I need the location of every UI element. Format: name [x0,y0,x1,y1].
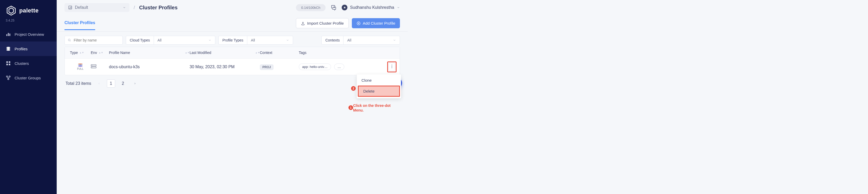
subheader: Cluster Profiles Import Cluster Profile … [57,15,408,32]
sidebar-item-clusters[interactable]: Clusters [0,56,57,71]
col-profile-name[interactable]: Profile Name▲▼ [109,50,190,55]
server-icon [91,64,96,69]
layers-icon [6,46,11,51]
context-pill: PROJ [260,64,274,70]
add-cluster-profile-button[interactable]: Add Cluster Profile [352,18,400,28]
page-1-button[interactable]: 1 [107,79,115,88]
sort-icon: ▲▼ [185,52,190,53]
svg-marker-0 [7,6,16,15]
col-tags: Tags [299,50,395,55]
tag-chip-more[interactable]: … [334,64,344,70]
svg-rect-9 [9,62,10,63]
col-env[interactable]: Env▲▼ [91,50,109,55]
sidebar-item-project-overview[interactable]: Project Overview [0,27,57,41]
palette-logo-icon [6,5,17,16]
user-menu[interactable]: ★ Sudhanshu Kulshrestha [342,5,400,10]
svg-rect-11 [9,64,10,65]
project-selector[interactable]: Default [64,3,129,12]
menu-item-delete[interactable]: Delete [359,86,399,96]
nav-label: Profiles [14,47,28,51]
filter-profile-types: Profile Types All [218,36,293,45]
topbar: Default / Cluster Profiles 0.14/100kCh ★… [57,0,408,15]
filter-label: Cloud Types [126,36,154,44]
cluster-group-icon [6,75,11,80]
col-last-modified[interactable]: Last Modified▲▼ [190,50,260,55]
nav-label: Project Overview [14,32,44,37]
svg-rect-10 [6,64,8,65]
menu-item-clone[interactable]: Clone [357,75,401,85]
chart-icon [68,5,72,10]
svg-point-14 [8,79,9,80]
sort-icon: ▲▼ [255,52,260,53]
brand-name: palette [19,7,38,14]
page-next-button[interactable] [131,79,139,88]
filter-context-value[interactable]: All [343,36,400,44]
chevron-down-icon [397,6,400,9]
main: Default / Cluster Profiles 0.14/100kCh ★… [57,0,408,194]
chevron-right-icon [134,82,136,85]
chevron-down-icon [123,6,126,9]
row-actions-button[interactable] [389,63,395,71]
version-label: 3.4.25 [0,19,57,27]
nav-label: Cluster Groups [14,76,41,80]
brand: palette [0,5,57,19]
annotation-step-2: 2 [351,86,356,91]
svg-point-6 [6,48,10,49]
pagination-total: Total 23 items [65,81,91,86]
sidebar-item-cluster-groups[interactable]: Cluster Groups [0,71,57,85]
svg-point-18 [78,64,83,65]
svg-point-23 [92,65,92,65]
svg-point-7 [6,49,10,51]
filter-label: Contexts [322,36,343,44]
svg-point-25 [392,65,393,65]
quota-pill: 0.14/100kCh [296,4,326,11]
svg-rect-8 [6,62,8,63]
tab-cluster-profiles[interactable]: Cluster Profiles [64,16,95,30]
svg-point-17 [68,39,70,41]
cell-tags: app: hello-univ… … [299,64,395,70]
search-input[interactable] [73,38,119,42]
sidebar: palette 3.4.25 Project Overview Profiles… [0,0,57,194]
svg-rect-3 [8,33,8,36]
col-type[interactable]: Type▲▼ [70,50,91,55]
filter-label: Profile Types [219,36,247,44]
filter-profile-value[interactable]: All [247,36,293,44]
breadcrumb-current: Cluster Profiles [139,5,178,11]
filter-contexts: Contexts All [321,36,400,45]
sort-icon: ▲▼ [79,52,84,53]
svg-point-27 [392,67,393,68]
cell-last-modified: 30 May, 2023, 02:30 PM [190,65,260,69]
breadcrumb-separator: / [134,5,135,10]
chevron-down-icon [208,39,211,42]
pagination: Total 23 items 1 2 [64,75,400,88]
kebab-icon [391,65,393,68]
search-box[interactable] [64,36,123,45]
profiles-table: Type▲▼ Env▲▼ Profile Name▲▼ Last Modifie… [64,47,400,75]
table-row[interactable]: FULL docs-ubuntu-k3s 30 May, 2023, 02:30… [65,59,400,75]
page-prev-button[interactable] [95,79,103,88]
cell-env [91,64,109,70]
stack-icon [78,63,83,67]
svg-point-24 [92,67,92,68]
nav-label: Clusters [14,61,29,66]
filter-cloud-value[interactable]: All [154,36,215,44]
annotation-highlight-kebab [387,62,397,72]
page-2-button[interactable]: 2 [119,79,127,88]
table-header: Type▲▼ Env▲▼ Profile Name▲▼ Last Modifie… [65,47,400,59]
cell-context: PROJ [260,65,299,69]
svg-rect-4 [9,34,10,36]
annotation-step-1: 1 [348,105,353,110]
chevron-left-icon [98,82,100,85]
import-cluster-profile-button[interactable]: Import Cluster Profile [296,18,349,28]
annotation-text: Click on the three-dot Menu. [353,103,397,113]
chat-icon[interactable] [331,5,337,10]
sort-icon: ▲▼ [98,52,103,53]
cell-profile-name: docs-ubuntu-k3s [109,65,190,69]
grid-icon [6,61,11,66]
col-context: Context [260,50,299,55]
content: Cloud Types All Profile Types All Contex… [57,32,408,93]
sidebar-item-profiles[interactable]: Profiles [0,41,57,56]
user-name: Sudhanshu Kulshrestha [350,5,394,10]
chevron-down-icon [393,39,396,42]
svg-marker-1 [9,8,13,13]
